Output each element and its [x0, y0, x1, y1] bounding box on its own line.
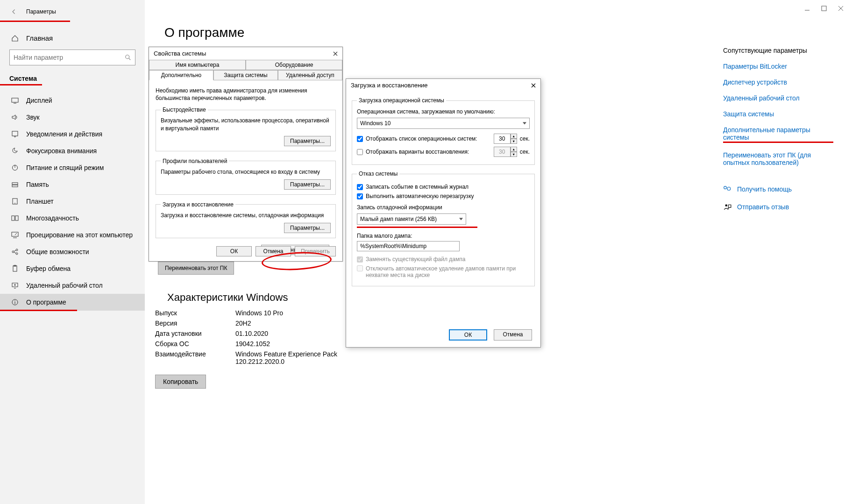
nav-item-focus[interactable]: Фокусировка внимания — [0, 142, 145, 159]
nav-item-sound[interactable]: Звук — [0, 109, 145, 126]
window-maximize-icon[interactable] — [821, 6, 827, 11]
seconds-unit: сек. — [520, 135, 530, 142]
startup-legend: Загрузка и восстановление — [161, 201, 235, 208]
annotation-underline — [0, 310, 77, 311]
show-os-list-checkbox[interactable] — [357, 136, 363, 142]
nav-label: Фокусировка внимания — [26, 147, 97, 155]
tab-hardware[interactable]: Оборудование — [246, 60, 342, 70]
spec-key: Сборка ОС — [155, 340, 235, 348]
write-event-checkbox[interactable] — [357, 184, 363, 190]
profiles-settings-button[interactable]: Параметры... — [284, 179, 331, 190]
nav-item-projecting[interactable]: Проецирование на этот компьютер — [0, 227, 145, 243]
default-os-select[interactable]: Windows 10 — [357, 118, 530, 129]
nav-label: Дисплей — [26, 97, 52, 104]
svg-point-12 — [16, 249, 18, 251]
spec-value: 20H2 — [235, 319, 251, 327]
ok-button[interactable]: ОК — [216, 246, 252, 256]
svg-rect-19 — [822, 6, 826, 11]
spec-key: Дата установки — [155, 330, 235, 337]
link-advanced-system-settings[interactable]: Дополнительные параметры системы — [723, 126, 833, 143]
svg-rect-14 — [13, 266, 17, 271]
disable-autodelete-checkbox — [357, 265, 363, 271]
svg-point-7 — [14, 203, 15, 204]
admin-note-text: Необходимо иметь права администратора дл… — [156, 87, 336, 102]
spec-value: 19042.1052 — [235, 340, 270, 348]
nav-item-clipboard[interactable]: Буфер обмена — [0, 260, 145, 277]
search-input[interactable] — [14, 54, 125, 61]
home-nav-item[interactable]: Главная — [0, 30, 145, 50]
seconds-input-2 — [494, 147, 511, 157]
performance-text: Визуальные эффекты, использование процес… — [161, 117, 331, 132]
system-failure-group: Отказ системы Записать событие в системн… — [352, 170, 535, 286]
search-box[interactable] — [9, 50, 135, 65]
nav-label: Буфер обмена — [26, 265, 71, 272]
tab-computer-name[interactable]: Имя компьютера — [149, 60, 246, 70]
svg-rect-9 — [15, 216, 18, 220]
svg-point-13 — [16, 253, 18, 255]
window-minimize-icon[interactable] — [804, 6, 810, 11]
dump-type-select[interactable]: Малый дамп памяти (256 КВ) — [357, 213, 466, 225]
seconds-spinner-1[interactable]: ▲▼ — [494, 134, 517, 144]
clipboard-icon — [11, 265, 19, 272]
annotation-underline — [0, 84, 42, 85]
nav-item-multitask[interactable]: Многозадачность — [0, 210, 145, 227]
info-icon — [11, 298, 19, 306]
seconds-spinner-2[interactable]: ▲▼ — [494, 147, 517, 157]
tab-remote[interactable]: Удаленный доступ — [278, 70, 342, 80]
svg-point-21 — [727, 187, 731, 191]
back-arrow-icon[interactable] — [11, 9, 17, 14]
cancel-button[interactable]: Отмена — [494, 329, 532, 341]
link-remote-desktop[interactable]: Удаленный рабочий стол — [723, 94, 833, 102]
dump-folder-input[interactable] — [357, 241, 460, 251]
close-icon[interactable] — [531, 83, 536, 88]
apply-button[interactable]: Применить — [295, 246, 336, 256]
svg-rect-2 — [12, 131, 18, 136]
link-bitlocker[interactable]: Параметры BitLocker — [723, 63, 833, 70]
show-recovery-checkbox[interactable] — [357, 149, 363, 155]
spinner-down-icon[interactable]: ▼ — [511, 139, 517, 144]
link-device-manager[interactable]: Диспетчер устройств — [723, 78, 833, 86]
svg-rect-4 — [12, 185, 18, 187]
nav-item-display[interactable]: Дисплей — [0, 92, 145, 109]
close-icon[interactable] — [333, 51, 338, 56]
nav-item-notifications[interactable]: Уведомления и действия — [0, 126, 145, 142]
link-get-help[interactable]: Получить помощь — [737, 185, 792, 193]
help-icon — [723, 185, 731, 193]
spinner-up-icon[interactable]: ▲ — [511, 134, 517, 139]
overwrite-dump-checkbox — [357, 256, 363, 263]
performance-group: Быстродействие Визуальные эффекты, испол… — [156, 106, 336, 151]
nav-item-tablet[interactable]: Планшет — [0, 193, 145, 210]
performance-settings-button[interactable]: Параметры... — [284, 136, 331, 146]
default-os-value: Windows 10 — [360, 120, 390, 127]
link-rename-pc-advanced[interactable]: Переименовать этот ПК (для опытных польз… — [723, 151, 833, 166]
nav-item-power[interactable]: Питание и спящий режим — [0, 159, 145, 176]
nav-item-storage[interactable]: Память — [0, 176, 145, 193]
auto-restart-checkbox[interactable] — [357, 193, 363, 199]
tab-system-protection[interactable]: Защита системы — [213, 70, 278, 80]
nav-item-about[interactable]: О программе — [0, 294, 145, 311]
sound-icon — [11, 114, 19, 121]
svg-rect-5 — [12, 183, 18, 185]
dialog-title: Свойства системы — [154, 50, 206, 57]
window-close-icon[interactable] — [838, 6, 844, 11]
tab-advanced[interactable]: Дополнительно — [149, 70, 213, 80]
link-system-protection[interactable]: Защита системы — [723, 110, 833, 118]
link-feedback[interactable]: Отправить отзыв — [737, 203, 789, 211]
projecting-icon — [11, 231, 19, 239]
ok-button[interactable]: ОК — [449, 329, 487, 341]
system-properties-dialog: Свойства системы Имя компьютера Оборудов… — [149, 47, 343, 262]
performance-legend: Быстродействие — [161, 106, 208, 113]
cancel-button[interactable]: Отмена — [256, 246, 291, 256]
startup-settings-button[interactable]: Параметры... — [284, 223, 331, 233]
notifications-icon — [11, 130, 19, 138]
overwrite-dump-label: Заменять существующий файл дампа — [366, 256, 465, 263]
home-icon — [11, 35, 19, 42]
copy-button[interactable]: Копировать — [155, 375, 206, 389]
nav-item-shared[interactable]: Общие возможности — [0, 243, 145, 260]
seconds-input-1[interactable] — [494, 134, 511, 144]
nav-item-remote-desktop[interactable]: Удаленный рабочий стол — [0, 277, 145, 294]
feedback-icon — [723, 203, 731, 211]
spec-key: Взаимодействие — [155, 350, 235, 365]
page-title: О программе — [164, 25, 843, 40]
settings-sidebar: Параметры Главная Система Дисплей Звук У… — [0, 0, 145, 504]
